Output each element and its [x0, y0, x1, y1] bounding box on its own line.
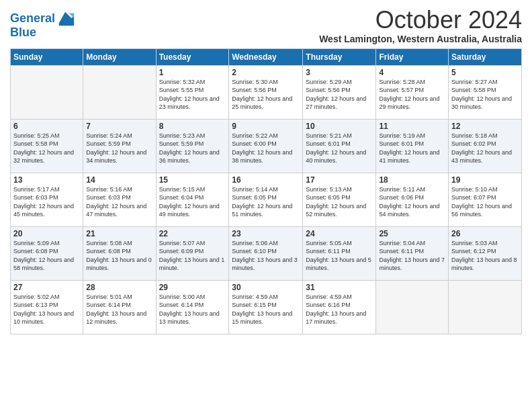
calendar-day: 22Sunrise: 5:07 AMSunset: 6:09 PMDayligh…: [156, 226, 229, 280]
calendar-day: 24Sunrise: 5:05 AMSunset: 6:11 PMDayligh…: [303, 226, 376, 280]
day-header-friday: Friday: [376, 48, 449, 65]
day-info: Sunrise: 5:27 AMSunset: 5:58 PMDaylight:…: [451, 78, 519, 111]
calendar-week-row: 13Sunrise: 5:17 AMSunset: 6:03 PMDayligh…: [11, 173, 522, 226]
page: General Blue October 2024 West Lamington…: [0, 0, 532, 411]
day-number: 12: [451, 122, 519, 131]
day-number: 29: [159, 283, 226, 292]
day-number: 20: [13, 229, 80, 238]
calendar-day: 19Sunrise: 5:10 AMSunset: 6:07 PMDayligh…: [449, 173, 522, 226]
calendar-day: [376, 280, 449, 334]
day-info: Sunrise: 5:01 AMSunset: 6:14 PMDaylight:…: [86, 293, 152, 326]
day-info: Sunrise: 4:59 AMSunset: 6:16 PMDaylight:…: [306, 293, 373, 326]
day-info: Sunrise: 5:28 AMSunset: 5:57 PMDaylight:…: [379, 78, 445, 111]
day-header-monday: Monday: [83, 48, 156, 65]
day-info: Sunrise: 5:23 AMSunset: 5:59 PMDaylight:…: [159, 132, 226, 165]
calendar-day: 21Sunrise: 5:08 AMSunset: 6:08 PMDayligh…: [83, 226, 156, 280]
day-info: Sunrise: 4:59 AMSunset: 6:15 PMDaylight:…: [232, 293, 300, 326]
day-info: Sunrise: 5:02 AMSunset: 6:13 PMDaylight:…: [13, 293, 80, 326]
calendar-day: 18Sunrise: 5:11 AMSunset: 6:06 PMDayligh…: [376, 173, 449, 226]
day-number: 26: [451, 229, 519, 238]
day-number: 19: [451, 175, 519, 185]
calendar-day: [449, 280, 522, 334]
day-info: Sunrise: 5:29 AMSunset: 5:56 PMDaylight:…: [306, 78, 373, 111]
day-number: 23: [232, 229, 300, 238]
day-info: Sunrise: 5:17 AMSunset: 6:03 PMDaylight:…: [13, 185, 80, 219]
day-header-tuesday: Tuesday: [156, 48, 229, 65]
calendar-day: [83, 65, 156, 119]
day-info: Sunrise: 5:10 AMSunset: 6:07 PMDaylight:…: [451, 185, 519, 219]
month-title: October 2024: [319, 7, 522, 34]
day-number: 21: [86, 229, 152, 238]
calendar-day: 30Sunrise: 4:59 AMSunset: 6:15 PMDayligh…: [229, 280, 303, 334]
day-info: Sunrise: 5:32 AMSunset: 5:55 PMDaylight:…: [159, 78, 226, 111]
day-header-thursday: Thursday: [303, 48, 376, 65]
calendar-day: 2Sunrise: 5:30 AMSunset: 5:56 PMDaylight…: [229, 65, 303, 119]
day-number: 7: [86, 122, 152, 131]
calendar-day: 26Sunrise: 5:03 AMSunset: 6:12 PMDayligh…: [449, 226, 522, 280]
day-header-sunday: Sunday: [11, 48, 83, 65]
day-number: 16: [232, 175, 300, 185]
day-number: 2: [232, 68, 300, 77]
calendar-day: 25Sunrise: 5:04 AMSunset: 6:11 PMDayligh…: [376, 226, 449, 280]
calendar-day: 27Sunrise: 5:02 AMSunset: 6:13 PMDayligh…: [11, 280, 83, 334]
logo-text: General: [10, 12, 55, 26]
day-number: 31: [306, 283, 373, 292]
day-info: Sunrise: 5:09 AMSunset: 6:08 PMDaylight:…: [13, 239, 80, 273]
calendar-week-row: 1Sunrise: 5:32 AMSunset: 5:55 PMDaylight…: [11, 65, 522, 119]
day-info: Sunrise: 5:22 AMSunset: 6:00 PMDaylight:…: [232, 132, 300, 165]
day-number: 9: [232, 122, 300, 131]
day-info: Sunrise: 5:00 AMSunset: 6:14 PMDaylight:…: [159, 293, 226, 326]
calendar-week-row: 6Sunrise: 5:25 AMSunset: 5:58 PMDaylight…: [11, 119, 522, 173]
day-number: 28: [86, 283, 152, 292]
day-number: 3: [306, 68, 373, 77]
day-info: Sunrise: 5:04 AMSunset: 6:11 PMDaylight:…: [379, 239, 445, 273]
calendar-day: 20Sunrise: 5:09 AMSunset: 6:08 PMDayligh…: [11, 226, 83, 280]
day-info: Sunrise: 5:07 AMSunset: 6:09 PMDaylight:…: [159, 239, 226, 273]
day-info: Sunrise: 5:13 AMSunset: 6:05 PMDaylight:…: [306, 185, 373, 219]
calendar-week-row: 27Sunrise: 5:02 AMSunset: 6:13 PMDayligh…: [11, 280, 522, 334]
logo-icon: [56, 9, 75, 28]
day-info: Sunrise: 5:15 AMSunset: 6:04 PMDaylight:…: [159, 185, 226, 219]
location: West Lamington, Western Australia, Austr…: [319, 34, 522, 44]
header: General Blue October 2024 West Lamington…: [10, 7, 522, 44]
calendar-day: 6Sunrise: 5:25 AMSunset: 5:58 PMDaylight…: [11, 119, 83, 173]
calendar-day: 23Sunrise: 5:06 AMSunset: 6:10 PMDayligh…: [229, 226, 303, 280]
calendar-day: 29Sunrise: 5:00 AMSunset: 6:14 PMDayligh…: [156, 280, 229, 334]
calendar-table: SundayMondayTuesdayWednesdayThursdayFrid…: [10, 48, 522, 334]
calendar-day: 31Sunrise: 4:59 AMSunset: 6:16 PMDayligh…: [303, 280, 376, 334]
day-number: 24: [306, 229, 373, 238]
day-info: Sunrise: 5:21 AMSunset: 6:01 PMDaylight:…: [306, 132, 373, 165]
calendar-day: 4Sunrise: 5:28 AMSunset: 5:57 PMDaylight…: [376, 65, 449, 119]
day-info: Sunrise: 5:03 AMSunset: 6:12 PMDaylight:…: [451, 239, 519, 273]
day-number: 18: [379, 175, 445, 185]
calendar-day: 1Sunrise: 5:32 AMSunset: 5:55 PMDaylight…: [156, 65, 229, 119]
day-number: 22: [159, 229, 226, 238]
day-info: Sunrise: 5:19 AMSunset: 6:01 PMDaylight:…: [379, 132, 445, 165]
calendar-day: 8Sunrise: 5:23 AMSunset: 5:59 PMDaylight…: [156, 119, 229, 173]
day-number: 8: [159, 122, 226, 131]
day-number: 17: [306, 175, 373, 185]
day-number: 1: [159, 68, 226, 77]
calendar-day: 17Sunrise: 5:13 AMSunset: 6:05 PMDayligh…: [303, 173, 376, 226]
calendar-week-row: 20Sunrise: 5:09 AMSunset: 6:08 PMDayligh…: [11, 226, 522, 280]
calendar-header-row: SundayMondayTuesdayWednesdayThursdayFrid…: [11, 48, 522, 65]
day-info: Sunrise: 5:14 AMSunset: 6:05 PMDaylight:…: [232, 185, 300, 219]
day-info: Sunrise: 5:30 AMSunset: 5:56 PMDaylight:…: [232, 78, 300, 111]
day-info: Sunrise: 5:16 AMSunset: 6:03 PMDaylight:…: [86, 185, 152, 219]
day-info: Sunrise: 5:25 AMSunset: 5:58 PMDaylight:…: [13, 132, 80, 165]
day-number: 6: [13, 122, 80, 131]
day-number: 15: [159, 175, 226, 185]
calendar-day: 5Sunrise: 5:27 AMSunset: 5:58 PMDaylight…: [449, 65, 522, 119]
day-info: Sunrise: 5:05 AMSunset: 6:11 PMDaylight:…: [306, 239, 373, 273]
calendar-day: 28Sunrise: 5:01 AMSunset: 6:14 PMDayligh…: [83, 280, 156, 334]
day-info: Sunrise: 5:08 AMSunset: 6:08 PMDaylight:…: [86, 239, 152, 273]
calendar-day: 3Sunrise: 5:29 AMSunset: 5:56 PMDaylight…: [303, 65, 376, 119]
calendar-day: 16Sunrise: 5:14 AMSunset: 6:05 PMDayligh…: [229, 173, 303, 226]
title-area: October 2024 West Lamington, Western Aus…: [319, 7, 522, 44]
day-header-wednesday: Wednesday: [229, 48, 303, 65]
day-info: Sunrise: 5:18 AMSunset: 6:02 PMDaylight:…: [451, 132, 519, 165]
logo: General Blue: [10, 9, 75, 40]
day-info: Sunrise: 5:24 AMSunset: 5:59 PMDaylight:…: [86, 132, 152, 165]
day-number: 25: [379, 229, 445, 238]
calendar-day: 7Sunrise: 5:24 AMSunset: 5:59 PMDaylight…: [83, 119, 156, 173]
